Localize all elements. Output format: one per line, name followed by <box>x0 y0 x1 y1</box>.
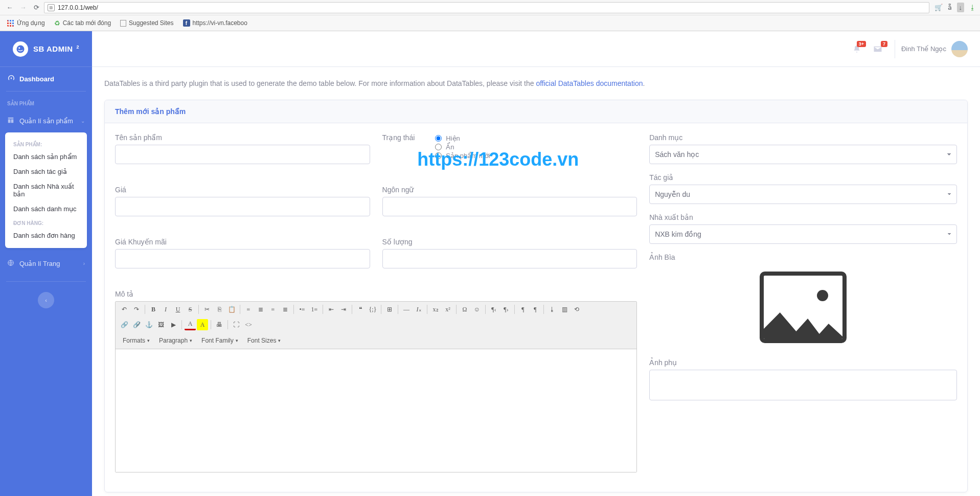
facebook-icon: f <box>183 19 190 27</box>
bullet-list-icon[interactable]: •≡ <box>297 304 308 315</box>
align-right-icon[interactable]: ≡ <box>267 304 279 315</box>
forecolor-icon[interactable]: A <box>185 319 196 330</box>
codesample-icon[interactable]: {;} <box>367 304 378 315</box>
pagebreak-icon[interactable]: ¶ <box>517 304 529 315</box>
nav-products[interactable]: Quản lí sản phẩm ⌄ <box>0 109 92 132</box>
select-publisher[interactable]: NXB kim đồng <box>649 224 957 244</box>
subscript-icon[interactable]: x₂ <box>430 304 441 315</box>
radio-new[interactable] <box>435 152 442 159</box>
remove-format-icon[interactable]: Iₓ <box>413 304 424 315</box>
select-category[interactable]: Sách văn học <box>649 145 957 164</box>
undo-icon[interactable]: ↶ <box>119 304 130 315</box>
redo-icon[interactable]: ↷ <box>131 304 142 315</box>
backcolor-icon[interactable]: A <box>197 319 208 330</box>
table-icon[interactable]: ⊞ <box>384 304 395 315</box>
unlink-icon[interactable]: 🔗̸ <box>131 319 142 330</box>
avatar <box>951 41 968 57</box>
input-price[interactable] <box>115 197 370 216</box>
intro-link[interactable]: official DataTables documentation <box>536 79 643 87</box>
copy-icon[interactable]: ⎘ <box>214 304 225 315</box>
paragraph-dropdown[interactable]: Paragraph <box>155 334 196 347</box>
radio-show[interactable] <box>435 135 442 142</box>
nav-pages[interactable]: Quản lí Trang › <box>0 252 92 275</box>
radio-hide[interactable] <box>435 144 442 150</box>
label-price: Giá <box>115 186 370 194</box>
cart-icon[interactable]: 🛒 <box>935 4 943 11</box>
content: 3+ 7 Đinh Thế Ngọc DataTables is a third… <box>92 31 980 496</box>
fontfamily-dropdown[interactable]: Font Family <box>197 334 242 347</box>
paste-icon[interactable]: 📋 <box>226 304 237 315</box>
align-center-icon[interactable]: ≣ <box>255 304 266 315</box>
download-icon-2[interactable]: ⭳ <box>969 4 976 11</box>
blockquote-icon[interactable]: ❝ <box>355 304 366 315</box>
nonbreaking-icon[interactable]: ¶ <box>530 304 541 315</box>
print-icon[interactable]: 🖶 <box>214 319 225 330</box>
input-quantity[interactable] <box>382 249 637 268</box>
extra-images-box[interactable] <box>649 370 957 400</box>
page-icon: 🗎 <box>48 4 55 11</box>
underline-icon[interactable]: U <box>172 304 184 315</box>
translate-icon[interactable]: ẵ <box>948 4 952 11</box>
template-icon[interactable]: ▥ <box>559 304 570 315</box>
outdent-icon[interactable]: ⇤ <box>326 304 337 315</box>
italic-icon[interactable]: I <box>160 304 171 315</box>
link-icon[interactable]: 🔗 <box>119 319 130 330</box>
input-name[interactable] <box>115 145 370 164</box>
topbar-alerts[interactable]: 3+ <box>847 39 867 59</box>
special-char-icon[interactable]: Ω <box>459 304 470 315</box>
formats-dropdown[interactable]: Formats <box>119 334 154 347</box>
nav-dashboard[interactable]: Dashboard <box>0 67 92 91</box>
submenu-list-products[interactable]: Danh sách sản phẩm <box>5 149 87 164</box>
image-icon[interactable]: 🖼 <box>155 319 167 330</box>
code-icon[interactable]: <> <box>243 319 254 330</box>
card-add-product: Thêm mới sản phẩm Tên sản phẩm <box>104 100 968 492</box>
strike-icon[interactable]: S <box>185 304 196 315</box>
url-bar[interactable]: 🗎 127.0.0.1/web/ <box>44 2 929 13</box>
fullscreen-icon[interactable]: ⛶ <box>231 319 242 330</box>
submenu-list-categories[interactable]: Danh sách danh mục <box>5 201 87 216</box>
align-justify-icon[interactable]: ≣ <box>280 304 291 315</box>
submenu-list-authors[interactable]: Danh sách tác giả <box>5 164 87 179</box>
bookmark-tabs[interactable]: ♻ Các tab mới đóng <box>51 18 114 29</box>
restore-icon[interactable]: ⟲ <box>571 304 582 315</box>
download-icon[interactable]: ↓ <box>957 3 965 12</box>
rtl-icon[interactable]: ¶› <box>500 304 512 315</box>
fontsizes-dropdown[interactable]: Font Sizes <box>243 334 285 347</box>
bookmark-suggested[interactable]: Suggested Sites <box>117 18 176 28</box>
topbar-messages[interactable]: 7 <box>867 39 888 59</box>
brand[interactable]: SB ADMIN 2 <box>0 31 92 67</box>
sidebar-toggle[interactable]: ‹ <box>38 292 54 308</box>
hr-icon[interactable]: — <box>401 304 412 315</box>
bookmark-apps[interactable]: Ứng dụng <box>4 18 48 28</box>
input-sale-price[interactable] <box>115 249 370 268</box>
select-author[interactable]: Nguyễn du <box>649 185 957 204</box>
submenu-head-products: SẢN PHẨM: <box>5 138 87 149</box>
indent-icon[interactable]: ⇥ <box>338 304 349 315</box>
topbar-user[interactable]: Đinh Thế Ngọc <box>901 41 968 57</box>
submenu-products: SẢN PHẨM: Danh sách sản phẩm Danh sách t… <box>5 132 87 248</box>
submenu-list-orders[interactable]: Danh sách đơn hàng <box>5 228 87 243</box>
browser-forward-icon[interactable]: → <box>17 2 29 13</box>
browser-back-icon[interactable]: ← <box>4 2 15 13</box>
number-list-icon[interactable]: 1≡ <box>309 304 320 315</box>
emoticons-icon[interactable]: ☺ <box>471 304 483 315</box>
browser-right-icons: 🛒 ẵ ↓ ⭳ <box>929 3 976 12</box>
save-icon[interactable]: ⭳ <box>546 304 558 315</box>
label-author: Tác giả <box>649 173 957 182</box>
editor-area[interactable] <box>116 349 636 472</box>
cover-image-preview[interactable] <box>755 266 852 348</box>
align-left-icon[interactable]: ≡ <box>243 304 254 315</box>
submenu-list-publishers[interactable]: Danh sách Nhà xuất bản <box>5 179 87 201</box>
anchor-icon[interactable]: ⚓ <box>143 319 154 330</box>
media-icon[interactable]: ▶ <box>168 319 179 330</box>
label-cover: Ảnh Bìa <box>649 253 957 261</box>
label-description: Mô tả <box>115 290 637 298</box>
cut-icon[interactable]: ✂ <box>201 304 213 315</box>
superscript-icon[interactable]: x² <box>442 304 453 315</box>
browser-reload-icon[interactable]: ⟳ <box>31 2 42 13</box>
card-title: Thêm mới sản phẩm <box>105 100 967 123</box>
input-language[interactable] <box>382 197 637 216</box>
ltr-icon[interactable]: ¶‹ <box>488 304 499 315</box>
bold-icon[interactable]: B <box>148 304 159 315</box>
bookmark-fb[interactable]: f https://vi-vn.faceboo <box>180 18 250 28</box>
